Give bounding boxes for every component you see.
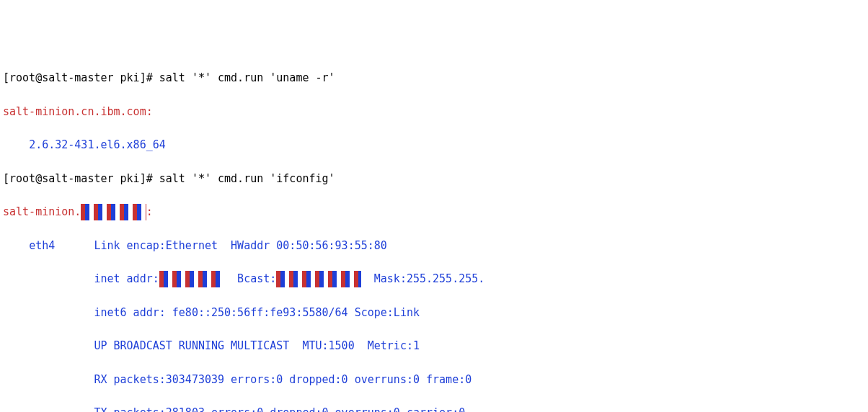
iface-line: UP BROADCAST RUNNING MULTICAST MTU:1500 … — [3, 338, 865, 354]
shell-command[interactable]: salt '*' cmd.run 'uname -r' — [159, 71, 335, 84]
minion-colon: : — [146, 205, 153, 218]
rx-packets: RX packets:303473039 errors:0 dropped:0 … — [94, 373, 471, 386]
shell-command[interactable]: salt '*' cmd.run 'ifconfig' — [159, 172, 335, 185]
iface-line: eth4 Link encap:Ethernet HWaddr 00:50:56… — [3, 238, 865, 254]
iface-line: TX packets:281803 errors:0 dropped:0 ove… — [3, 405, 865, 412]
shell-prompt: [root@salt-master pki]# — [3, 172, 159, 185]
iface-name: eth4 — [29, 239, 55, 252]
minion-header: salt-minion.cn.ibm.com: — [3, 104, 865, 120]
flags-line: UP BROADCAST RUNNING MULTICAST MTU:1500 … — [94, 339, 420, 352]
inet-label: inet addr: — [94, 272, 159, 285]
iface-link: Link encap:Ethernet HWaddr 00:50:56:93:5… — [94, 239, 386, 252]
terminal-line: [root@salt-master pki]# salt '*' cmd.run… — [3, 171, 865, 187]
terminal-line: [root@salt-master pki]# salt '*' cmd.run… — [3, 70, 865, 86]
redacted-ip: * ** *** * — [159, 271, 224, 287]
redacted-hostname: ** *** *** — [81, 204, 146, 220]
output-line: 2.6.32-431.el6.x86_64 — [3, 137, 865, 153]
minion-header: salt-minion.** *** ***: — [3, 204, 865, 220]
redacted-bcast: *.***.***.*** — [276, 271, 360, 287]
shell-prompt: [root@salt-master pki]# — [3, 71, 159, 84]
iface-line: inet6 addr: fe80::250:56ff:fe93:5580/64 … — [3, 305, 865, 321]
bcast-label: Bcast: — [224, 272, 276, 285]
iface-line: inet addr:* ** *** * Bcast:*.***.***.***… — [3, 271, 865, 287]
iface-line: RX packets:303473039 errors:0 dropped:0 … — [3, 372, 865, 388]
mask-label: Mask:255.255.255. — [361, 272, 485, 285]
tx-packets: TX packets:281803 errors:0 dropped:0 ove… — [94, 406, 465, 412]
minion-name-part: salt-minion. — [3, 205, 81, 218]
uname-output: 2.6.32-431.el6.x86_64 — [29, 138, 166, 151]
inet6-line: inet6 addr: fe80::250:56ff:fe93:5580/64 … — [94, 306, 420, 319]
